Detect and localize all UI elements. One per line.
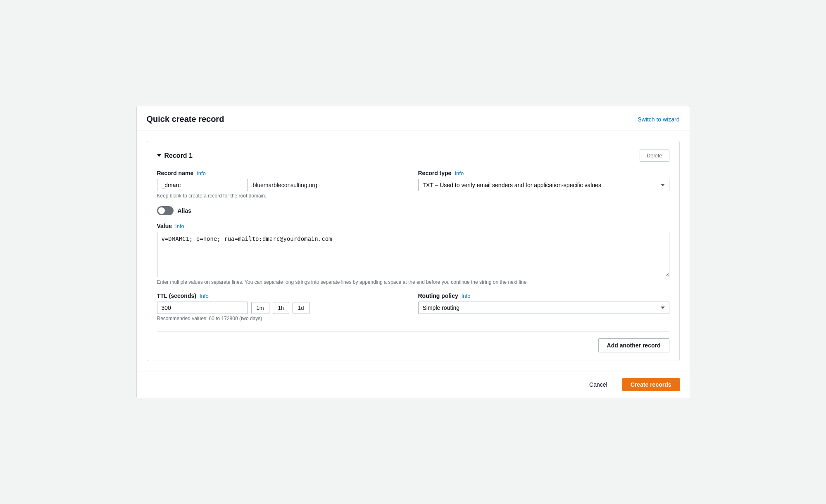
routing-policy-select[interactable]: Simple routingWeightedLatencyFailoverGeo… (418, 302, 669, 314)
record-type-select[interactable]: A – Routes traffic to an IPv4 address an… (418, 179, 669, 191)
page-title: Quick create record (147, 114, 224, 124)
ttl-preset-1d-button[interactable]: 1d (293, 302, 309, 314)
record-name-label: Record name Info (157, 170, 408, 176)
delete-record-button[interactable]: Delete (640, 150, 669, 162)
alias-toggle[interactable] (157, 206, 174, 215)
cancel-button[interactable]: Cancel (581, 378, 616, 391)
value-info-link[interactable]: Info (175, 223, 184, 229)
ttl-label: TTL (seconds) Info (157, 292, 408, 299)
record-name-hint: Keep blank to create a record for the ro… (157, 193, 408, 199)
record-name-info-link[interactable]: Info (197, 170, 206, 176)
record-type-label: Record type Info (418, 170, 669, 176)
record-type-info-link[interactable]: Info (455, 170, 464, 176)
record-section-title: Record 1 (157, 152, 193, 159)
ttl-preset-1h-button[interactable]: 1h (273, 302, 289, 314)
ttl-input[interactable] (157, 302, 248, 314)
routing-policy-label: Routing policy Info (418, 292, 669, 299)
ttl-preset-1m-button[interactable]: 1m (251, 302, 269, 314)
routing-policy-info-link[interactable]: Info (462, 293, 471, 299)
value-hint: Enter multiple values on separate lines.… (157, 279, 528, 285)
record-collapse-chevron[interactable] (157, 154, 161, 157)
form-footer: Cancel Create records (137, 371, 690, 398)
create-records-button[interactable]: Create records (622, 378, 680, 391)
record-name-input[interactable] (157, 179, 248, 191)
alias-label: Alias (178, 207, 191, 214)
ttl-hint: Recommended values: 60 to 172800 (two da… (157, 316, 408, 321)
switch-to-wizard-link[interactable]: Switch to wizard (638, 116, 679, 123)
ttl-info-link[interactable]: Info (200, 293, 209, 299)
add-another-record-button[interactable]: Add another record (598, 338, 669, 352)
value-label: Value Info (157, 223, 669, 229)
domain-suffix: .bluemarbleconsulting.org (251, 182, 317, 188)
value-textarea[interactable]: v=DMARC1; p=none; rua=mailto:dmarc@yourd… (157, 232, 669, 277)
